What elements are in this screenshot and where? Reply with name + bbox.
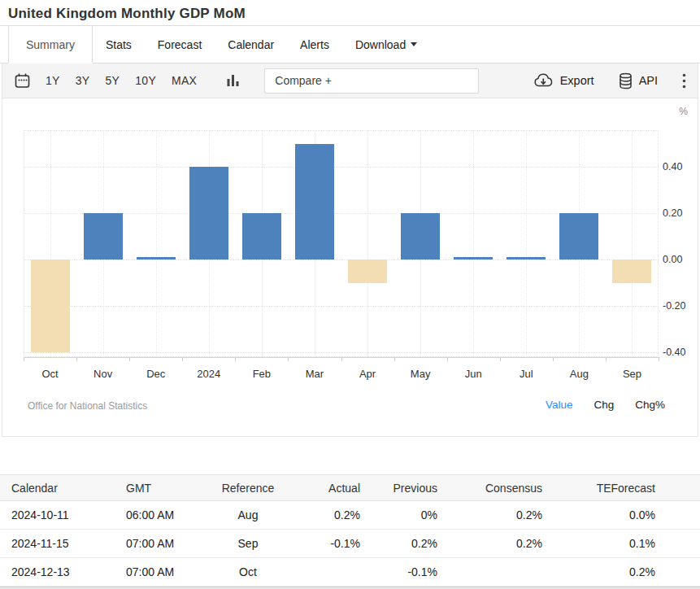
table-row[interactable]: 2024-12-1307:00 AMOct-0.1%0.2% [0, 558, 700, 587]
bar-feb[interactable] [242, 213, 281, 260]
tab-calendar[interactable]: Calendar [215, 26, 287, 63]
calendar-range-button[interactable] [14, 72, 31, 89]
column-header-consensus: Consensus [437, 475, 542, 501]
range-selector: 1Y3Y5Y10YMAX [45, 72, 198, 89]
cell-actual [289, 558, 360, 587]
cell-teforecast: 0.2% [542, 558, 700, 587]
vertical-gridline [156, 130, 157, 357]
x-axis-label: May [394, 368, 446, 380]
x-axis-label: Dec [130, 368, 182, 380]
section-gap [0, 437, 700, 474]
column-header-actual: Actual [289, 475, 360, 501]
cell-calendar: 2024-12-13 [0, 558, 126, 587]
export-button[interactable]: Export [533, 73, 594, 88]
bar-mar[interactable] [295, 144, 334, 260]
y-axis-tick-label: 0.00 [663, 254, 700, 265]
column-header-teforecast: TEForecast [542, 475, 700, 501]
range-button-5y[interactable]: 5Y [104, 72, 120, 89]
cell-consensus: 0.2% [437, 501, 542, 530]
cell-previous: 0% [360, 501, 437, 530]
bar-aug[interactable] [559, 213, 598, 260]
page-header: United Kingdom Monthly GDP MoM [0, 0, 700, 26]
tab-forecast[interactable]: Forecast [145, 26, 215, 63]
table-row[interactable]: 2024-11-1507:00 AMSep-0.1%0.2%0.2%0.1% [0, 530, 700, 558]
calendar-table: CalendarGMTReferenceActualPreviousConsen… [0, 474, 700, 587]
chart-source: Office for National Statistics [28, 400, 147, 412]
x-axis-tick [76, 358, 77, 361]
cell-gmt: 06:00 AM [126, 501, 207, 530]
column-header-previous: Previous [360, 475, 437, 501]
table-row[interactable]: 2024-10-1106:00 AMAug0.2%0%0.2%0.0% [0, 501, 700, 530]
x-axis-label: Aug [553, 368, 605, 380]
x-axis-tick [553, 358, 554, 361]
x-axis-tick [394, 358, 395, 361]
y-axis-tick-label: 0.20 [663, 207, 700, 219]
page-title: United Kingdom Monthly GDP MoM [8, 6, 246, 21]
range-button-1y[interactable]: 1Y [45, 72, 61, 89]
api-button[interactable]: API [619, 72, 658, 89]
cell-actual: -0.1% [289, 530, 360, 558]
tab-stats[interactable]: Stats [93, 26, 145, 63]
x-axis-label: Feb [236, 368, 288, 380]
x-axis-tick [659, 358, 659, 361]
chart-type-button[interactable] [227, 73, 240, 88]
chart-toolbar: 1Y3Y5Y10YMAX [2, 63, 698, 98]
kebab-menu-icon [682, 73, 686, 89]
tab-download[interactable]: Download [342, 26, 430, 63]
tab-alerts[interactable]: Alerts [287, 26, 342, 63]
range-button-max[interactable]: MAX [171, 72, 198, 89]
cell-previous: -0.1% [360, 558, 437, 587]
x-axis-label: Oct [24, 368, 76, 380]
cell-actual: 0.2% [289, 501, 360, 530]
y-axis-unit: % [650, 106, 688, 117]
caret-down-icon [411, 42, 417, 46]
x-axis-tick [447, 358, 448, 361]
x-axis-label: Nov [77, 368, 129, 380]
bar-jun[interactable] [454, 257, 493, 260]
bar-sep[interactable] [612, 260, 651, 283]
gridline [24, 352, 659, 353]
database-icon [619, 72, 633, 89]
toolbar-right: Export API [533, 72, 686, 89]
bar-oct[interactable] [31, 260, 70, 352]
bar-jul[interactable] [507, 257, 546, 260]
mode-chg[interactable]: Chg [593, 399, 614, 411]
x-axis-tick [235, 358, 236, 361]
column-header-gmt: GMT [126, 475, 207, 501]
chart-card: 1Y3Y5Y10YMAX [2, 63, 698, 437]
bar-may[interactable] [401, 213, 440, 260]
calendar-icon [14, 72, 31, 89]
tab-summary[interactable]: Summary [8, 26, 93, 63]
bar-nov[interactable] [84, 213, 123, 260]
bar-dec[interactable] [137, 257, 176, 260]
bar-chart-type-icon [227, 73, 240, 88]
vertical-gridline [632, 130, 633, 357]
gridline [24, 167, 659, 168]
x-axis-tick [24, 358, 24, 361]
cell-calendar: 2024-10-11 [0, 501, 126, 530]
more-options-button[interactable] [682, 73, 686, 89]
mode-chg-pct[interactable]: Chg% [635, 399, 665, 411]
bar-2024[interactable] [189, 167, 228, 260]
gridline [24, 260, 659, 260]
x-axis-line [24, 357, 659, 358]
range-button-10y[interactable]: 10Y [134, 72, 157, 89]
cell-consensus [437, 558, 542, 587]
cell-reference: Oct [207, 558, 289, 587]
cell-teforecast: 0.1% [542, 530, 700, 558]
range-button-3y[interactable]: 3Y [75, 72, 91, 89]
gdp-mom-chart[interactable]: % 0.400.200.00-0.20-0.40OctNovDec2024Feb… [2, 98, 698, 436]
y-axis-tick-label: -0.40 [663, 347, 700, 358]
api-label: API [639, 74, 658, 87]
y-axis-tick-label: 0.40 [663, 161, 700, 172]
cell-reference: Aug [207, 501, 289, 530]
x-axis-label: Jul [500, 368, 552, 380]
mode-value[interactable]: Value [546, 399, 573, 411]
compare-input[interactable] [264, 68, 479, 94]
cell-previous: 0.2% [360, 530, 437, 558]
x-axis-tick [341, 358, 342, 361]
cell-reference: Sep [207, 530, 289, 558]
y-axis-tick-label: -0.20 [663, 300, 700, 312]
bar-apr[interactable] [348, 260, 387, 283]
x-axis-tick [500, 358, 501, 361]
